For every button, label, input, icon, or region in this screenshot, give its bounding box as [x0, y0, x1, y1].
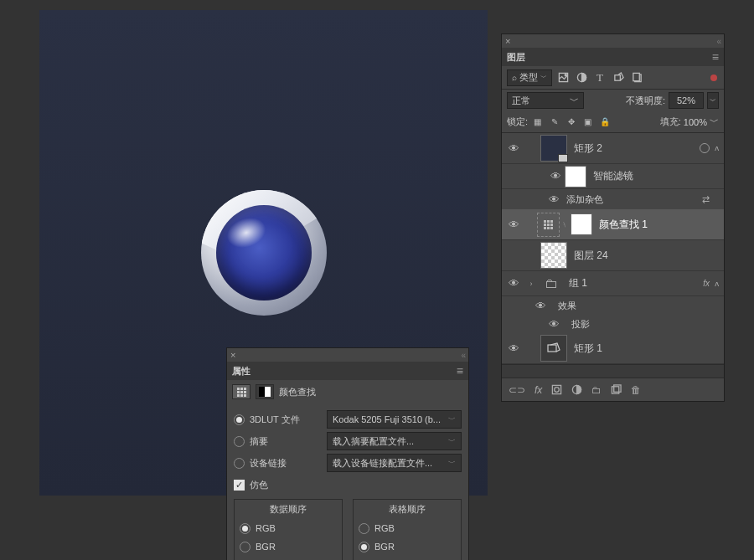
disclose-icon[interactable]: ›	[525, 280, 537, 288]
layer-name[interactable]: 颜色查找 1	[599, 218, 724, 232]
effect-row-dropshadow[interactable]: 👁 投影	[502, 315, 724, 333]
layer-name[interactable]: 图层 24	[574, 249, 724, 263]
fill-value[interactable]: 100%	[684, 117, 707, 127]
label-device: 设备链接	[250, 457, 322, 470]
layer-fx-icon[interactable]: fx	[535, 384, 542, 396]
close-icon[interactable]: ×	[230, 350, 235, 360]
opacity-stepper[interactable]: ﹀	[707, 92, 719, 109]
layer-thumbnail[interactable]	[540, 135, 567, 162]
blend-mode-select[interactable]: 正常 ﹀	[507, 92, 584, 109]
svg-rect-4	[633, 73, 638, 80]
filter-edit-icon[interactable]: ⇄	[702, 194, 719, 205]
close-icon[interactable]: ×	[505, 36, 510, 46]
properties-panel: × « 属性 ≡ 颜色查找 3DLUT 文件 Kodak 5205 Fuji 3…	[226, 347, 469, 560]
panel-menu-icon[interactable]: ≡	[712, 50, 719, 64]
lock-position-icon[interactable]: ✥	[564, 115, 578, 129]
lock-pixels-icon[interactable]: ✎	[547, 115, 561, 129]
new-group-icon[interactable]: 🗀	[591, 384, 602, 396]
chevron-down-icon: ﹀	[570, 95, 579, 107]
label-3dlut: 3DLUT 文件	[250, 414, 322, 426]
layer-list: 👁 矩形 2 ʌ 👁 智能滤镜 👁 添加杂色 ⇄ 👁 ⧷	[502, 133, 724, 364]
radio-table-rgb[interactable]	[359, 523, 369, 534]
collapse-icon[interactable]: «	[461, 351, 465, 360]
opacity-value[interactable]: 52%	[669, 92, 704, 109]
effect-name[interactable]: 投影	[571, 318, 724, 331]
layer-thumbnail[interactable]	[540, 242, 567, 269]
lock-label: 锁定:	[507, 116, 528, 128]
layer-thumbnail[interactable]	[540, 335, 567, 362]
filter-row-addnoise[interactable]: 👁 添加杂色 ⇄	[502, 189, 724, 209]
fill-stepper[interactable]: ﹀	[710, 116, 719, 128]
data-order-title: 数据顺序	[240, 503, 337, 516]
svg-rect-5	[548, 345, 556, 352]
eye-icon[interactable]: 👁	[535, 300, 546, 312]
panel-title: 图层	[507, 51, 525, 64]
chevron-down-icon: ﹀	[448, 414, 456, 425]
filter-name[interactable]: 添加杂色	[566, 193, 702, 206]
chevron-down-icon: ﹀	[448, 436, 456, 447]
layer-name[interactable]: 矩形 1	[574, 342, 724, 356]
eye-icon[interactable]: 👁	[549, 193, 560, 206]
effects-row[interactable]: 👁 效果	[502, 296, 724, 315]
filter-pixel-icon[interactable]	[555, 70, 571, 85]
radio-table-bgr[interactable]	[359, 542, 369, 552]
table-order-title: 表格顺序	[359, 503, 456, 516]
radio-device[interactable]	[234, 458, 245, 469]
eye-icon[interactable]: 👁	[509, 218, 519, 231]
collapse-arrow-icon[interactable]: ʌ	[715, 144, 719, 152]
select-device[interactable]: 载入设备链接配置文件... ﹀	[327, 454, 462, 472]
eye-icon[interactable]: 👁	[509, 277, 519, 290]
layer-row-colorlookup[interactable]: 👁 ⧷ 颜色查找 1	[502, 209, 724, 240]
lock-transparency-icon[interactable]: ▦	[530, 115, 545, 129]
layer-row-rect2[interactable]: 👁 矩形 2 ʌ	[502, 133, 724, 164]
layer-style-indicator[interactable]	[700, 143, 710, 153]
filter-shape-icon[interactable]	[611, 70, 626, 85]
layer-row-smartfilters[interactable]: 👁 智能滤镜	[502, 164, 724, 189]
adjustment-thumbnail[interactable]	[537, 213, 560, 237]
chevron-down-icon: ﹀	[448, 458, 456, 469]
lock-artboard-icon[interactable]: ▣	[581, 115, 595, 129]
radio-summary[interactable]	[234, 436, 245, 447]
lock-all-icon[interactable]: 🔒	[597, 115, 612, 129]
adjustment-grid-icon[interactable]	[232, 384, 250, 399]
link-icon[interactable]: ⧷	[563, 220, 566, 229]
layer-name[interactable]: 组 1	[569, 276, 703, 290]
adjustment-mask-icon[interactable]	[256, 384, 274, 399]
filter-type-icon[interactable]: T	[592, 70, 607, 85]
layer-row-layer24[interactable]: 图层 24	[502, 240, 724, 271]
layer-row-group1[interactable]: 👁 › 🗀 组 1 fxʌ	[502, 271, 724, 296]
new-layer-icon[interactable]	[611, 384, 622, 395]
add-mask-icon[interactable]	[551, 384, 562, 395]
collapse-arrow-icon[interactable]: ʌ	[715, 280, 719, 288]
label-summary: 摘要	[250, 435, 322, 448]
radio-data-rgb[interactable]	[240, 523, 250, 534]
filter-mask-thumbnail[interactable]	[565, 166, 586, 188]
document-logo	[201, 190, 327, 316]
label-dither: 仿色	[250, 479, 268, 491]
layer-name[interactable]: 矩形 2	[574, 141, 700, 156]
fx-badge[interactable]: fx	[703, 279, 710, 288]
chevron-down-icon: ﹀	[540, 73, 547, 82]
radio-data-bgr[interactable]	[240, 542, 250, 552]
filter-smartobject-icon[interactable]	[629, 70, 644, 85]
layer-row-rect1[interactable]: 👁 矩形 1	[502, 333, 724, 364]
link-layers-icon[interactable]: ⊂⊃	[509, 384, 525, 396]
eye-icon[interactable]: 👁	[509, 342, 519, 355]
layer-mask-thumbnail[interactable]	[571, 213, 592, 235]
checkbox-dither[interactable]: ✓	[234, 480, 245, 491]
filter-adjustment-icon[interactable]	[574, 70, 589, 85]
select-summary[interactable]: 载入摘要配置文件... ﹀	[327, 432, 462, 450]
delete-layer-icon[interactable]: 🗑	[631, 384, 641, 396]
layer-type-filter[interactable]: ⌕ 类型 ﹀	[507, 69, 552, 86]
radio-3dlut[interactable]	[234, 414, 245, 425]
eye-icon[interactable]: 👁	[550, 170, 561, 182]
filter-color-dot[interactable]	[710, 74, 717, 81]
select-3dlut[interactable]: Kodak 5205 Fuji 3510 (b... ﹀	[327, 410, 462, 429]
collapse-icon[interactable]: «	[716, 37, 720, 46]
eye-icon[interactable]: 👁	[509, 142, 519, 155]
layers-panel: × « 图层 ≡ ⌕ 类型 ﹀ T 正常 ﹀ 不透明度: 52% ﹀ 锁定: ▦…	[501, 33, 725, 402]
new-adjustment-icon[interactable]	[571, 384, 582, 395]
panel-menu-icon[interactable]: ≡	[457, 364, 463, 378]
layer-name[interactable]: 智能滤镜	[593, 169, 724, 183]
eye-icon[interactable]: 👁	[549, 318, 560, 331]
